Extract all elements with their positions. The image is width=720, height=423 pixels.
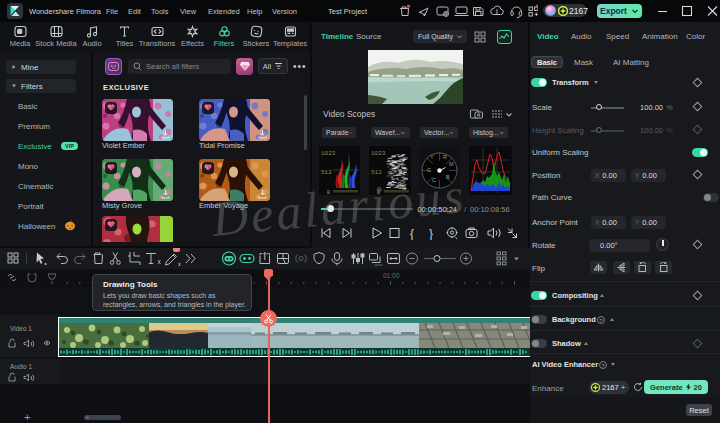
svg-text:B: B	[377, 190, 380, 196]
svg-text:M: M	[449, 161, 454, 167]
svg-text:}: }	[429, 227, 433, 241]
svg-text:R: R	[443, 154, 447, 160]
svg-text:Y: Y	[430, 154, 434, 160]
svg-text:512: 512	[321, 169, 332, 176]
svg-text:C: C	[432, 177, 436, 183]
svg-text:B: B	[446, 174, 450, 180]
svg-text:G: G	[427, 167, 431, 173]
svg-text:01:00: 01:00	[383, 272, 400, 279]
svg-text:B: B	[327, 190, 330, 196]
svg-text:1023: 1023	[321, 150, 336, 157]
svg-text:1023: 1023	[371, 150, 386, 157]
svg-text:{: {	[410, 227, 414, 241]
svg-text:512: 512	[371, 169, 382, 176]
